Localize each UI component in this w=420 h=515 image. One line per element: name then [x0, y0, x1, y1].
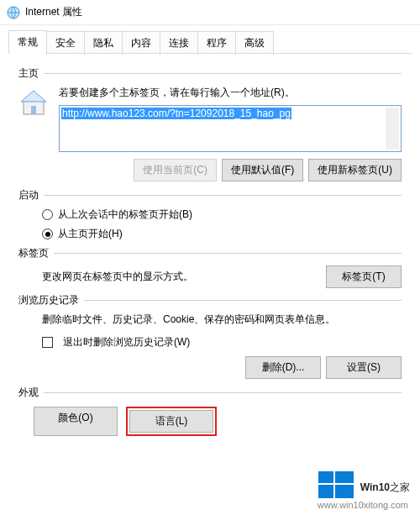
- tab-general[interactable]: 常规: [8, 30, 47, 54]
- highlight-language-button: 语言(L): [126, 407, 217, 436]
- delete-on-exit-label: 退出时删除浏览历史记录(W): [63, 335, 190, 349]
- history-description: 删除临时文件、历史记录、Cookie、保存的密码和网页表单信息。: [42, 313, 402, 327]
- tab-connections[interactable]: 连接: [160, 31, 198, 55]
- svg-marker-2: [21, 91, 46, 102]
- delete-history-button[interactable]: 删除(D)...: [245, 356, 321, 379]
- tab-advanced[interactable]: 高级: [235, 31, 274, 55]
- general-panel: 主页 若要创建多个主标签页，请在每行输入一个地址(R)。 http://www.…: [0, 55, 420, 436]
- home-icon: [18, 87, 49, 118]
- watermark: Win10之家: [318, 471, 410, 498]
- homepage-hint: 若要创建多个主标签页，请在每行输入一个地址(R)。: [59, 86, 402, 100]
- homepage-group-label: 主页: [18, 66, 402, 81]
- history-group-label: 浏览历史记录: [18, 293, 402, 307]
- tabs-description: 更改网页在标签页中的显示方式。: [42, 270, 193, 284]
- language-button[interactable]: 语言(L): [129, 410, 213, 433]
- use-newtab-button[interactable]: 使用新标签页(U): [308, 159, 402, 181]
- tab-strip: 常规 安全 隐私 内容 连接 程序 高级: [0, 25, 420, 54]
- tab-privacy[interactable]: 隐私: [84, 31, 123, 55]
- colors-button[interactable]: 颜色(O): [34, 407, 118, 436]
- svg-rect-3: [31, 106, 36, 114]
- use-current-button: 使用当前页(C): [134, 159, 217, 181]
- tabs-settings-button[interactable]: 标签页(T): [326, 265, 402, 288]
- title-bar: Internet 属性: [0, 0, 420, 25]
- watermark-url: www.win10xitong.com: [318, 500, 408, 510]
- scrollbar[interactable]: [386, 108, 399, 150]
- radio-start-homepage[interactable]: 从主页开始(H): [42, 227, 402, 241]
- history-settings-button[interactable]: 设置(S): [326, 356, 402, 379]
- tab-content[interactable]: 内容: [122, 31, 160, 55]
- appearance-group-label: 外观: [18, 386, 402, 400]
- radio-start-last-session[interactable]: 从上次会话中的标签页开始(B): [42, 208, 402, 222]
- tab-security[interactable]: 安全: [46, 31, 85, 55]
- globe-icon: [7, 6, 20, 19]
- delete-on-exit-checkbox[interactable]: [42, 337, 53, 348]
- window-title: Internet 属性: [25, 5, 82, 19]
- homepage-url-value: http://www.hao123.com/?tn=12092018_15_ha…: [61, 108, 291, 119]
- tabs-group-label: 标签页: [18, 246, 402, 260]
- use-default-button[interactable]: 使用默认值(F): [222, 159, 303, 181]
- tab-programs[interactable]: 程序: [197, 31, 236, 55]
- radio-icon: [42, 229, 53, 239]
- startup-group-label: 启动: [18, 188, 402, 202]
- homepage-url-input[interactable]: http://www.hao123.com/?tn=12092018_15_ha…: [59, 105, 402, 152]
- radio-icon: [42, 209, 53, 220]
- windows-logo-icon: [318, 471, 354, 498]
